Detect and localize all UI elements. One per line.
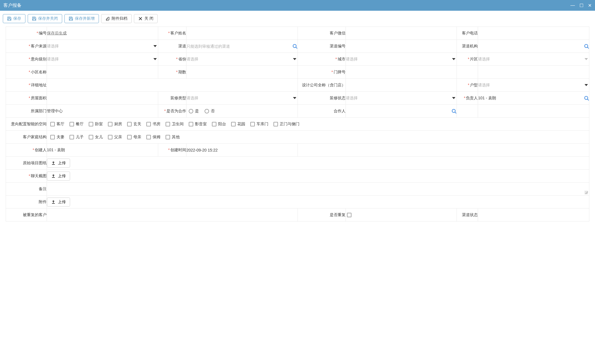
duplicated-customer-input[interactable] — [47, 213, 298, 217]
house-area-input[interactable] — [47, 96, 158, 100]
design-company-input[interactable] — [346, 83, 457, 87]
radio-yes[interactable]: 是 — [189, 109, 199, 114]
house-type-select[interactable]: 请选择 — [478, 83, 589, 88]
search-icon[interactable] — [584, 44, 589, 49]
space-checkbox[interactable]: 卫生间 — [166, 122, 184, 127]
space-checkbox[interactable]: 客厅 — [50, 122, 64, 127]
space-checkbox[interactable]: 车库门 — [250, 122, 268, 127]
family-checkbox[interactable]: 保姆 — [146, 135, 160, 140]
district-select[interactable]: 请选择 — [478, 57, 589, 62]
paperclip-icon — [105, 16, 110, 21]
checkbox-icon — [108, 122, 112, 126]
customer-name-input[interactable] — [186, 31, 298, 36]
svg-point-0 — [293, 44, 296, 47]
save-close-button[interactable]: 保存并关闭 — [28, 14, 62, 23]
city-select[interactable]: 请选择 — [346, 57, 457, 62]
close-window-icon[interactable]: ✕ — [588, 3, 592, 8]
phase-input[interactable] — [186, 70, 298, 74]
family-checkbox[interactable]: 女儿 — [89, 135, 103, 140]
partner-lookup[interactable] — [346, 109, 457, 114]
space-checkbox[interactable]: 玄关 — [127, 122, 141, 127]
space-checkbox[interactable]: 影音室 — [189, 122, 207, 127]
save-icon — [7, 16, 12, 21]
family-checkbox[interactable]: 儿子 — [70, 135, 84, 140]
family-checkbox[interactable]: 母亲 — [127, 135, 141, 140]
partner-input[interactable] — [346, 109, 452, 113]
space-label: 阳台 — [218, 122, 226, 127]
save-new-button[interactable]: 保存并新增 — [64, 14, 99, 23]
attach-archive-button[interactable]: 附件归档 — [101, 14, 132, 23]
label-channel: 渠道 — [178, 44, 186, 48]
intent-level-select[interactable]: 请选择 — [47, 57, 158, 62]
family-label: 夫妻 — [57, 135, 64, 140]
owner-lookup[interactable]: 101 - 袁朗 — [478, 96, 589, 101]
label-intent-level: 意向级别 — [31, 57, 47, 61]
channel-lookup[interactable] — [186, 44, 298, 49]
upload-drawing-button[interactable]: 上传 — [47, 159, 70, 168]
search-icon[interactable] — [292, 44, 298, 49]
upload-icon — [51, 200, 56, 204]
label-decoration-status: 装修状态 — [330, 96, 346, 100]
channel-input[interactable] — [186, 44, 292, 49]
channel-org-lookup[interactable] — [478, 44, 589, 49]
customer-source-select[interactable]: 请选择 — [47, 44, 158, 49]
label-intent-spaces: 意向配置智能的空间 — [11, 122, 47, 126]
remark-textarea[interactable] — [47, 183, 589, 194]
checkbox-icon — [50, 122, 55, 126]
decoration-type-select[interactable]: 请选择 — [186, 96, 298, 101]
family-label: 母亲 — [133, 135, 141, 140]
channel-status-input[interactable] — [478, 213, 589, 217]
label-family-struct: 客户家庭结构 — [23, 135, 47, 139]
svg-point-2 — [585, 96, 588, 99]
space-checkbox[interactable]: 书房 — [146, 122, 160, 127]
family-checkbox-group: 夫妻儿子女儿父亲母亲保姆其他 — [47, 132, 589, 142]
search-icon[interactable] — [584, 96, 589, 101]
address-input[interactable] — [47, 83, 298, 87]
customer-phone-input[interactable] — [478, 31, 589, 36]
form-grid: *编号 保存后生成 *客户姓名 客户微信 客户电话 *客户来源 请选择 渠道 渠… — [6, 27, 589, 222]
label-design-company: 设计公司全称（含门店） — [302, 83, 346, 87]
is-duplicate-checkbox[interactable] — [346, 213, 457, 217]
checkbox-icon — [108, 135, 112, 139]
label-channel-code: 渠道编号 — [330, 44, 346, 48]
label-create-time: 创建时间 — [170, 148, 186, 152]
family-checkbox[interactable]: 父亲 — [108, 135, 122, 140]
label-code: 编号 — [39, 31, 47, 35]
space-checkbox[interactable]: 卧室 — [89, 122, 103, 127]
family-checkbox[interactable]: 其他 — [166, 135, 180, 140]
family-label: 女儿 — [95, 135, 103, 140]
save-button[interactable]: 保存 — [3, 14, 25, 23]
upload-attachment-button[interactable]: 上传 — [47, 198, 70, 207]
chevron-down-icon — [153, 58, 157, 60]
space-checkbox[interactable]: 正门与侧门 — [273, 122, 299, 127]
label-is-coop: 是否为合作 — [166, 109, 186, 113]
space-checkbox[interactable]: 阳台 — [212, 122, 226, 127]
community-input[interactable] — [47, 70, 158, 74]
province-select[interactable]: 请选择 — [186, 57, 298, 62]
save-label: 保存 — [13, 16, 21, 21]
minimize-icon[interactable]: — — [570, 3, 575, 8]
maximize-icon[interactable]: ☐ — [579, 3, 583, 8]
chevron-down-icon — [452, 58, 455, 60]
upload-screenshot-button[interactable]: 上传 — [47, 172, 70, 181]
search-icon[interactable] — [451, 109, 457, 114]
code-link[interactable]: 保存后生成 — [47, 31, 67, 35]
space-checkbox[interactable]: 厨房 — [108, 122, 122, 127]
window-controls: — ☐ ✕ — [570, 3, 592, 8]
space-checkbox[interactable]: 餐厅 — [70, 122, 84, 127]
space-checkbox[interactable]: 花园 — [231, 122, 245, 127]
attach-archive-label: 附件归档 — [112, 16, 127, 21]
toolbar: 保存 保存并关闭 保存并新增 附件归档 关 闭 — [0, 11, 595, 27]
save-icon — [32, 16, 36, 21]
family-label: 其他 — [172, 135, 180, 140]
family-checkbox[interactable]: 夫妻 — [50, 135, 64, 140]
label-house-type: 户型 — [470, 83, 478, 87]
customer-wechat-input[interactable] — [346, 31, 457, 36]
close-button[interactable]: 关 闭 — [134, 14, 158, 23]
decoration-status-select[interactable]: 请选择 — [346, 96, 457, 101]
space-label: 卧室 — [95, 122, 103, 127]
door-no-input[interactable] — [346, 70, 457, 74]
channel-code-input[interactable] — [346, 44, 457, 49]
radio-no[interactable]: 否 — [205, 109, 215, 114]
channel-org-input[interactable] — [478, 44, 584, 49]
